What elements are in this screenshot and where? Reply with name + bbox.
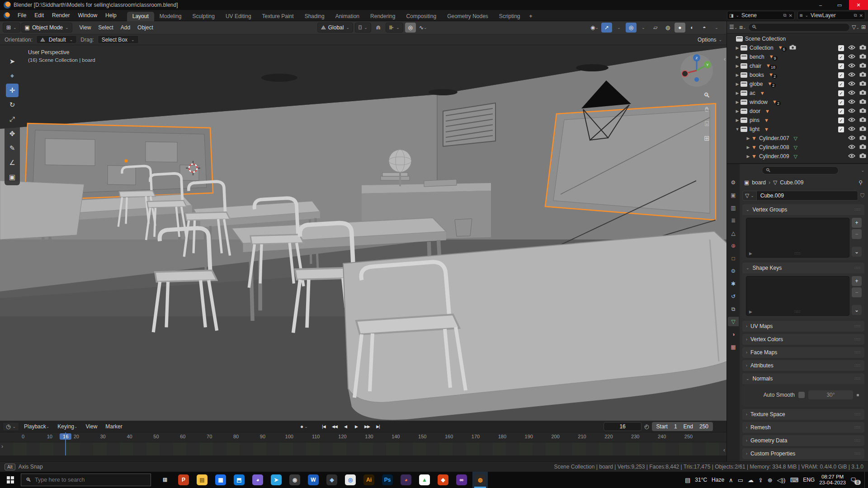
usb-icon[interactable]: ⇪: [758, 477, 763, 483]
snap-toggle[interactable]: ⋒: [373, 23, 384, 33]
add-cube-tool[interactable]: ▣: [6, 170, 19, 184]
world-tab[interactable]: ⊕: [728, 241, 739, 250]
play-reverse-button[interactable]: ◀: [340, 422, 350, 431]
weather-temp[interactable]: 31°C: [695, 477, 707, 483]
gizmos-dropdown[interactable]: ⌄: [613, 23, 624, 33]
taskbar-app-photos-app[interactable]: ▦: [213, 472, 228, 488]
3d-viewport[interactable]: User Perspective (16) Scene Collection |…: [0, 45, 726, 421]
modifiers-tab[interactable]: ⚙: [728, 266, 739, 276]
proportional-falloff-dropdown[interactable]: ∿⌄: [418, 23, 429, 33]
animate-property-dot[interactable]: [857, 394, 859, 396]
render-visibility-toggle[interactable]: [859, 72, 866, 78]
render-visibility-toggle[interactable]: [859, 63, 866, 69]
disclosure-triangle[interactable]: ▶: [734, 46, 741, 50]
exclude-checkbox[interactable]: ✓: [838, 81, 844, 87]
hide-eye-toggle[interactable]: [848, 126, 855, 132]
orientation-dropdown[interactable]: ⟁Global⌄: [317, 23, 353, 33]
new-viewlayer-icon[interactable]: ⧉: [854, 13, 857, 18]
add-workspace-button[interactable]: +: [526, 12, 536, 21]
section-header[interactable]: ⌄Shape Keys∷∷: [742, 263, 864, 273]
render-tab[interactable]: ▣: [728, 190, 739, 200]
exclude-checkbox[interactable]: ✓: [838, 117, 844, 123]
outliner-row-window[interactable]: ▶window▼2✓: [727, 98, 868, 107]
filter-funnel-icon[interactable]: ▽⌄: [852, 24, 859, 30]
shading-rendered-button[interactable]: ◓: [699, 23, 710, 33]
menu-file[interactable]: File: [14, 10, 30, 21]
taskbar-app-blender[interactable]: ◍: [472, 472, 488, 488]
hide-eye-toggle[interactable]: [848, 63, 855, 69]
zoom-icon[interactable]: 🔍︎: [703, 91, 710, 99]
menu-window[interactable]: Window: [74, 10, 101, 21]
scene-selector[interactable]: ◨⌄ Scene ⧉ ✕: [727, 11, 795, 20]
sidebar-collapse-chevron[interactable]: ‹: [724, 56, 726, 62]
viewlayer-selector[interactable]: ⧈⌄ ViewLayer ⧉ ✕: [797, 11, 865, 20]
section-header[interactable]: ›Attributes∷∷: [742, 360, 864, 371]
clock[interactable]: 08:27 PM 23-04-2023: [819, 474, 846, 486]
overlays-toggle[interactable]: ◎: [626, 23, 637, 33]
menu-help[interactable]: Help: [101, 10, 121, 21]
render-visibility-toggle[interactable]: [859, 90, 866, 96]
breadcrumb-object[interactable]: board: [752, 179, 766, 186]
timeline-ruler[interactable]: 0102030405060708090100110120130140150160…: [0, 432, 726, 442]
section-header[interactable]: ›Texture Space∷∷: [742, 409, 864, 420]
view-layer-tab[interactable]: ≣: [728, 216, 739, 225]
exclude-checkbox[interactable]: ✓: [838, 90, 844, 96]
taskbar-app-google-drive[interactable]: ▲: [417, 472, 432, 488]
mode-dropdown[interactable]: ▣Object Mode⌄: [21, 23, 72, 33]
rotate-tool[interactable]: ↻: [6, 98, 19, 112]
render-visibility-toggle[interactable]: [859, 144, 866, 150]
whiteboard[interactable]: [545, 103, 716, 220]
tab-modeling[interactable]: Modeling: [154, 12, 187, 21]
empty-list-box[interactable]: ▶∷∷: [746, 276, 849, 316]
shading-dropdown[interactable]: ⌄: [711, 23, 722, 33]
hide-eye-toggle[interactable]: [848, 144, 855, 150]
render-visibility-toggle[interactable]: [859, 99, 866, 105]
outliner-row-ac[interactable]: ▶ac▼✓: [727, 89, 868, 98]
shading-material-button[interactable]: ◐: [687, 23, 698, 33]
playhead[interactable]: [65, 432, 66, 455]
prev-keyframe-button[interactable]: ◀◀: [330, 422, 340, 431]
timeline-track[interactable]: [0, 442, 726, 455]
data-tab[interactable]: ▽: [728, 317, 739, 326]
disclosure-triangle[interactable]: ▼: [734, 127, 741, 131]
taskbar-app-illustrator[interactable]: Ai: [361, 472, 377, 488]
timeline-menu-playback[interactable]: Playback ⌄: [20, 421, 53, 432]
list-specials-dropdown[interactable]: ⌄: [852, 305, 862, 315]
drag-dropdown[interactable]: Select Box⌄: [98, 35, 139, 44]
ac-vent[interactable]: [443, 103, 495, 146]
viewport-scene[interactable]: [0, 45, 726, 421]
selectability-visibility-dropdown[interactable]: ◉⌄: [589, 23, 600, 33]
tab-texture-paint[interactable]: Texture Paint: [257, 12, 299, 21]
tool-tab[interactable]: ⚙: [728, 178, 739, 187]
hide-eye-toggle[interactable]: [848, 117, 855, 123]
auto-keying-toggle[interactable]: ●⌄: [300, 423, 308, 430]
outliner-row-books[interactable]: ▶books▼2✓: [727, 70, 868, 80]
list-expand-triangle[interactable]: ▶: [749, 310, 752, 314]
shading-solid-button[interactable]: ●: [675, 23, 685, 33]
render-visibility-toggle[interactable]: [859, 54, 866, 60]
particles-tab[interactable]: ✱: [728, 279, 739, 288]
disclosure-triangle[interactable]: ▶: [734, 109, 741, 113]
taskbar-search[interactable]: 🔍︎: [21, 474, 151, 486]
editor-type-button[interactable]: ⊞⌄: [3, 23, 20, 33]
properties-options-chevron[interactable]: ⌄: [861, 168, 864, 173]
exclude-checkbox[interactable]: ✓: [838, 54, 844, 60]
add-item-button[interactable]: +: [852, 218, 862, 228]
viewport-menu-select[interactable]: Select: [94, 23, 117, 33]
news-widget-icon[interactable]: ▤: [685, 477, 690, 483]
render-visibility-toggle[interactable]: [859, 108, 866, 114]
ceiling-light-2[interactable]: [429, 89, 458, 95]
hide-eye-toggle[interactable]: [848, 99, 855, 105]
tab-geometry-nodes[interactable]: Geometry Nodes: [442, 12, 494, 21]
render-visibility-toggle[interactable]: [859, 117, 866, 123]
render-visibility-toggle[interactable]: [859, 135, 866, 141]
camera-view-icon[interactable]: ⌻: [703, 120, 710, 128]
taskbar-app-utility-app[interactable]: ◈: [324, 472, 340, 488]
timeline-collapse-chevron[interactable]: ‹: [723, 447, 725, 453]
keyboard-icon[interactable]: ⌨: [790, 477, 798, 483]
new-collection-icon[interactable]: ⊞: [861, 24, 866, 30]
remove-item-button[interactable]: −: [852, 229, 862, 239]
outliner-editor-icon[interactable]: ☰⌄: [729, 24, 737, 30]
section-header[interactable]: ›Remesh∷∷: [742, 422, 864, 433]
show-desktop-button[interactable]: [864, 472, 866, 488]
